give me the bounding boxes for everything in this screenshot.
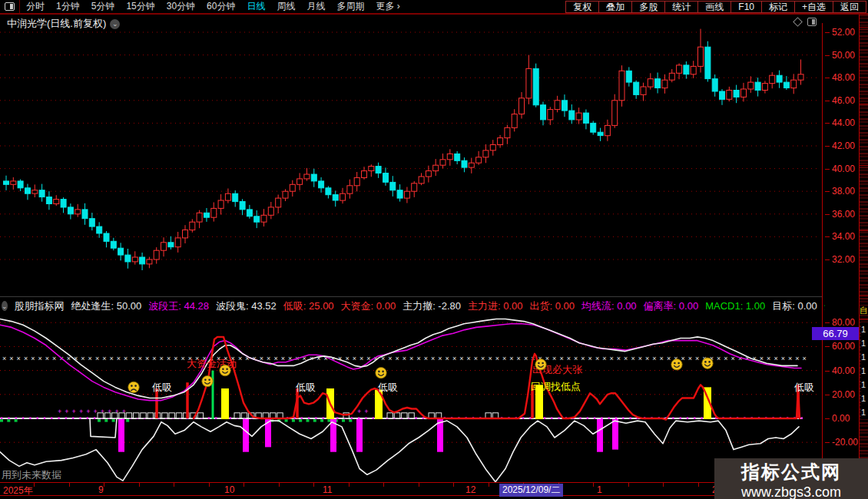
date-tick xyxy=(69,483,70,487)
period-item-3[interactable]: 15分钟 xyxy=(126,0,154,13)
date-tick xyxy=(244,483,244,487)
svg-text:×: × xyxy=(95,355,99,362)
price-axis-label: 36.00 xyxy=(825,209,855,220)
svg-text:×: × xyxy=(588,355,592,362)
svg-text:×: × xyxy=(767,355,770,362)
period-item-6[interactable]: 日线 xyxy=(247,0,265,13)
svg-text:×: × xyxy=(267,355,270,362)
svg-text:×: × xyxy=(388,355,392,362)
svg-text:×: × xyxy=(695,355,699,362)
indicator-field-4: 大资金: 0.00 xyxy=(341,299,396,313)
svg-text:×: × xyxy=(617,355,621,362)
action-button-7[interactable]: +自选 xyxy=(794,1,833,13)
svg-text:×: × xyxy=(81,355,84,362)
date-tick xyxy=(453,483,454,487)
future-data-warning: 用到未来数据 xyxy=(2,468,61,482)
period-item-7[interactable]: 周线 xyxy=(277,0,295,13)
right-edge-panel[interactable] xyxy=(859,15,868,499)
period-item-4[interactable]: 30分钟 xyxy=(167,0,195,13)
svg-text:×: × xyxy=(681,355,685,362)
svg-text:×: × xyxy=(31,355,35,362)
svg-text:+: + xyxy=(72,408,76,415)
svg-text:×: × xyxy=(446,355,449,362)
svg-text:×: × xyxy=(145,355,149,362)
action-button-6[interactable]: 标记 xyxy=(761,1,795,13)
period-item-8[interactable]: 月线 xyxy=(306,0,325,13)
price-axis-label: 32.00 xyxy=(825,254,855,265)
indicator-axis-label: 60.00 xyxy=(825,341,855,352)
right-strip-tab[interactable]: 自 xyxy=(860,306,868,315)
action-button-2[interactable]: 多股 xyxy=(631,1,665,13)
main-candle-chart[interactable] xyxy=(0,23,820,297)
svg-text:×: × xyxy=(559,355,563,362)
svg-text:×: × xyxy=(488,355,492,362)
svg-text:×: × xyxy=(567,355,571,362)
svg-text:×: × xyxy=(338,355,342,362)
action-button-8[interactable]: 返回 xyxy=(833,1,866,13)
action-button-4[interactable]: 画线 xyxy=(697,1,731,13)
indicator-field-1: 波段王: 44.28 xyxy=(148,299,209,313)
indicator-field-5: 主力撤: -2.80 xyxy=(403,299,461,313)
right-strip-row-numbers: 1111111 xyxy=(861,322,868,419)
svg-text:×: × xyxy=(602,355,606,362)
period-item-5[interactable]: 60分钟 xyxy=(207,0,235,13)
indicator-field-7: 出货: 0.00 xyxy=(530,299,575,313)
price-axis-label: 48.00 xyxy=(825,72,855,83)
watermark-url: www.zbgs3.com xyxy=(714,484,868,499)
date-label: 2025年 xyxy=(3,484,33,497)
period-item-0[interactable]: 分时 xyxy=(26,0,45,13)
action-button-1[interactable]: 叠加 xyxy=(598,1,632,13)
indicator-field-9: 偏离率: 0.00 xyxy=(644,299,699,313)
date-tick xyxy=(279,483,280,487)
price-axis-label: 42.00 xyxy=(825,140,855,151)
date-label-selected[interactable]: 2025/12/09/二 xyxy=(499,484,563,497)
indicator-chart[interactable]: ××××××××××××××××××××××××××××××××××××××××… xyxy=(0,313,820,482)
period-item-1[interactable]: 1分钟 xyxy=(56,0,80,13)
indicator-header: ⌄ 股朋指标网 绝处逢生: 50.00波段王: 44.28波段鬼: 43.52低… xyxy=(0,299,825,313)
toolbar-divider xyxy=(19,0,20,13)
indicator-field-6: 主力进: 0.00 xyxy=(468,299,523,313)
date-tick xyxy=(34,483,35,487)
layout-toggle-icon[interactable] xyxy=(5,2,15,11)
date-label: 10 xyxy=(224,484,234,495)
svg-text:×: × xyxy=(167,355,171,362)
price-axis-label: 50.00 xyxy=(825,50,855,61)
svg-text:×: × xyxy=(595,355,599,362)
svg-text:×: × xyxy=(610,355,614,362)
date-tick xyxy=(593,483,594,487)
period-item-10[interactable]: 更多 › xyxy=(376,0,399,13)
svg-text:×: × xyxy=(160,355,164,362)
svg-text:×: × xyxy=(24,355,28,362)
action-button-3[interactable]: 统计 xyxy=(664,1,698,13)
svg-text:×: × xyxy=(652,355,656,362)
svg-text:×: × xyxy=(774,355,777,362)
period-menu: 分时1分钟5分钟15分钟30分钟60分钟日线周线月线多周期更多 › xyxy=(26,0,400,13)
top-toolbar: 分时1分钟5分钟15分钟30分钟60分钟日线周线月线多周期更多 › 复权叠加多股… xyxy=(0,0,868,15)
svg-text:×: × xyxy=(38,355,42,362)
svg-text:×: × xyxy=(359,355,363,362)
date-tick xyxy=(489,483,489,487)
date-tick xyxy=(349,483,350,487)
panel-divider[interactable] xyxy=(0,296,822,297)
action-button-0[interactable]: 复权 xyxy=(565,1,599,13)
action-button-5[interactable]: F10 xyxy=(731,1,762,13)
svg-text:×: × xyxy=(17,355,21,362)
svg-text:+: + xyxy=(86,408,90,415)
period-item-2[interactable]: 5分钟 xyxy=(91,0,115,13)
tdx-app: 分时1分钟5分钟15分钟30分钟60分钟日线周线月线多周期更多 › 复权叠加多股… xyxy=(0,0,868,499)
svg-text:+: + xyxy=(79,408,83,415)
svg-text:×: × xyxy=(724,355,727,362)
svg-text:×: × xyxy=(495,355,499,362)
strip-divider xyxy=(860,296,868,296)
svg-text:×: × xyxy=(545,355,549,362)
indicator-field-3: 低吸: 25.00 xyxy=(283,299,334,313)
price-axis-label: 34.00 xyxy=(825,231,855,242)
period-item-9[interactable]: 多周期 xyxy=(336,0,364,13)
strip-divider xyxy=(860,104,868,104)
date-tick xyxy=(104,483,104,487)
price-axis-label: 46.00 xyxy=(825,95,855,106)
indicator-field-10: MACD1: 1.00 xyxy=(705,300,765,312)
svg-text:低吸: 低吸 xyxy=(793,382,814,393)
date-tick xyxy=(628,483,629,487)
indicator-chevron-icon[interactable]: ⌄ xyxy=(2,301,8,311)
